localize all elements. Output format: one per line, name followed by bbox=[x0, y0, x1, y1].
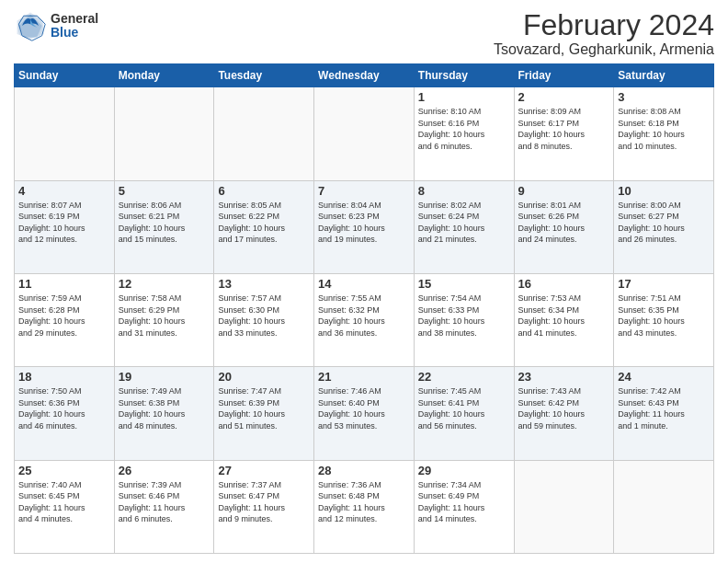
calendar-cell: 10Sunrise: 8:00 AM Sunset: 6:27 PM Dayli… bbox=[614, 180, 714, 273]
day-number: 1 bbox=[418, 90, 510, 104]
day-number: 26 bbox=[119, 464, 210, 477]
calendar-cell: 17Sunrise: 7:51 AM Sunset: 6:35 PM Dayli… bbox=[614, 273, 714, 366]
day-info: Sunrise: 8:04 AM Sunset: 6:23 PM Dayligh… bbox=[318, 200, 410, 246]
calendar-week-row: 4Sunrise: 8:07 AM Sunset: 6:19 PM Daylig… bbox=[15, 180, 714, 273]
day-info: Sunrise: 8:02 AM Sunset: 6:24 PM Dayligh… bbox=[418, 200, 510, 246]
day-info: Sunrise: 7:59 AM Sunset: 6:28 PM Dayligh… bbox=[18, 293, 110, 339]
day-info: Sunrise: 7:43 AM Sunset: 6:42 PM Dayligh… bbox=[518, 385, 610, 431]
calendar-cell: 21Sunrise: 7:46 AM Sunset: 6:40 PM Dayli… bbox=[314, 367, 415, 460]
day-info: Sunrise: 7:40 AM Sunset: 6:45 PM Dayligh… bbox=[18, 479, 110, 525]
day-number: 19 bbox=[119, 370, 210, 384]
calendar-cell: 12Sunrise: 7:58 AM Sunset: 6:29 PM Dayli… bbox=[114, 273, 214, 366]
calendar-cell: 11Sunrise: 7:59 AM Sunset: 6:28 PM Dayli… bbox=[15, 273, 115, 366]
day-info: Sunrise: 7:55 AM Sunset: 6:32 PM Dayligh… bbox=[318, 293, 410, 339]
weekday-header-saturday: Saturday bbox=[614, 64, 714, 87]
calendar-cell: 29Sunrise: 7:34 AM Sunset: 6:49 PM Dayli… bbox=[414, 460, 514, 553]
day-number: 21 bbox=[318, 370, 410, 384]
day-number: 14 bbox=[318, 277, 410, 291]
calendar-cell bbox=[15, 87, 115, 180]
title-area: February 2024 Tsovazard, Gegharkunik, Ar… bbox=[494, 9, 714, 58]
calendar-cell: 5Sunrise: 8:06 AM Sunset: 6:21 PM Daylig… bbox=[114, 180, 214, 273]
day-number: 16 bbox=[518, 277, 610, 291]
calendar-cell: 3Sunrise: 8:08 AM Sunset: 6:18 PM Daylig… bbox=[614, 87, 714, 180]
logo-text: General Blue bbox=[51, 12, 98, 40]
page: General Blue February 2024 Tsovazard, Ge… bbox=[0, 0, 728, 563]
day-number: 24 bbox=[618, 370, 710, 384]
calendar-cell: 18Sunrise: 7:50 AM Sunset: 6:36 PM Dayli… bbox=[15, 367, 115, 460]
day-info: Sunrise: 8:05 AM Sunset: 6:22 PM Dayligh… bbox=[218, 200, 310, 246]
day-info: Sunrise: 7:53 AM Sunset: 6:34 PM Dayligh… bbox=[518, 293, 610, 339]
calendar-cell bbox=[614, 460, 714, 553]
calendar-week-row: 11Sunrise: 7:59 AM Sunset: 6:28 PM Dayli… bbox=[15, 273, 714, 366]
calendar-cell: 16Sunrise: 7:53 AM Sunset: 6:34 PM Dayli… bbox=[514, 273, 614, 366]
calendar-cell: 9Sunrise: 8:01 AM Sunset: 6:26 PM Daylig… bbox=[514, 180, 614, 273]
calendar-cell: 2Sunrise: 8:09 AM Sunset: 6:17 PM Daylig… bbox=[514, 87, 614, 180]
calendar-cell: 19Sunrise: 7:49 AM Sunset: 6:38 PM Dayli… bbox=[114, 367, 214, 460]
calendar-cell: 6Sunrise: 8:05 AM Sunset: 6:22 PM Daylig… bbox=[214, 180, 314, 273]
day-info: Sunrise: 8:09 AM Sunset: 6:17 PM Dayligh… bbox=[518, 106, 610, 152]
day-info: Sunrise: 7:58 AM Sunset: 6:29 PM Dayligh… bbox=[119, 293, 210, 339]
day-info: Sunrise: 7:46 AM Sunset: 6:40 PM Dayligh… bbox=[318, 385, 410, 431]
header: General Blue February 2024 Tsovazard, Ge… bbox=[14, 9, 714, 58]
day-number: 3 bbox=[618, 90, 710, 104]
calendar-cell: 23Sunrise: 7:43 AM Sunset: 6:42 PM Dayli… bbox=[514, 367, 614, 460]
logo-icon bbox=[14, 9, 47, 42]
day-number: 2 bbox=[518, 90, 610, 104]
calendar-cell bbox=[214, 87, 314, 180]
calendar-cell: 28Sunrise: 7:36 AM Sunset: 6:48 PM Dayli… bbox=[314, 460, 415, 553]
calendar-cell: 1Sunrise: 8:10 AM Sunset: 6:16 PM Daylig… bbox=[414, 87, 514, 180]
calendar-cell: 13Sunrise: 7:57 AM Sunset: 6:30 PM Dayli… bbox=[214, 273, 314, 366]
logo: General Blue bbox=[14, 9, 98, 42]
day-info: Sunrise: 7:37 AM Sunset: 6:47 PM Dayligh… bbox=[218, 479, 310, 525]
day-number: 18 bbox=[18, 370, 110, 384]
day-number: 12 bbox=[119, 277, 210, 291]
weekday-header-friday: Friday bbox=[514, 64, 614, 87]
weekday-header-sunday: Sunday bbox=[15, 64, 115, 87]
day-number: 10 bbox=[618, 184, 710, 198]
weekday-header-row: SundayMondayTuesdayWednesdayThursdayFrid… bbox=[15, 64, 714, 87]
calendar-cell: 4Sunrise: 8:07 AM Sunset: 6:19 PM Daylig… bbox=[15, 180, 115, 273]
day-info: Sunrise: 7:36 AM Sunset: 6:48 PM Dayligh… bbox=[318, 479, 410, 525]
weekday-header-tuesday: Tuesday bbox=[214, 64, 314, 87]
day-info: Sunrise: 7:45 AM Sunset: 6:41 PM Dayligh… bbox=[418, 385, 510, 431]
day-info: Sunrise: 7:34 AM Sunset: 6:49 PM Dayligh… bbox=[418, 479, 510, 525]
day-info: Sunrise: 8:01 AM Sunset: 6:26 PM Dayligh… bbox=[518, 200, 610, 246]
calendar-week-row: 1Sunrise: 8:10 AM Sunset: 6:16 PM Daylig… bbox=[15, 87, 714, 180]
weekday-header-wednesday: Wednesday bbox=[314, 64, 415, 87]
location: Tsovazard, Gegharkunik, Armenia bbox=[494, 41, 714, 58]
day-info: Sunrise: 7:47 AM Sunset: 6:39 PM Dayligh… bbox=[218, 385, 310, 431]
logo-general-label: General bbox=[51, 12, 98, 26]
day-info: Sunrise: 8:08 AM Sunset: 6:18 PM Dayligh… bbox=[618, 106, 710, 152]
day-number: 7 bbox=[318, 184, 410, 198]
day-number: 8 bbox=[418, 184, 510, 198]
day-number: 11 bbox=[18, 277, 110, 291]
calendar-cell: 7Sunrise: 8:04 AM Sunset: 6:23 PM Daylig… bbox=[314, 180, 415, 273]
day-info: Sunrise: 7:51 AM Sunset: 6:35 PM Dayligh… bbox=[618, 293, 710, 339]
day-number: 13 bbox=[218, 277, 310, 291]
day-info: Sunrise: 8:07 AM Sunset: 6:19 PM Dayligh… bbox=[18, 200, 110, 246]
day-number: 20 bbox=[218, 370, 310, 384]
day-info: Sunrise: 7:42 AM Sunset: 6:43 PM Dayligh… bbox=[618, 385, 710, 431]
calendar-cell bbox=[514, 460, 614, 553]
weekday-header-monday: Monday bbox=[114, 64, 214, 87]
calendar-cell: 20Sunrise: 7:47 AM Sunset: 6:39 PM Dayli… bbox=[214, 367, 314, 460]
calendar-cell: 26Sunrise: 7:39 AM Sunset: 6:46 PM Dayli… bbox=[114, 460, 214, 553]
day-info: Sunrise: 8:00 AM Sunset: 6:27 PM Dayligh… bbox=[618, 200, 710, 246]
calendar-cell: 15Sunrise: 7:54 AM Sunset: 6:33 PM Dayli… bbox=[414, 273, 514, 366]
day-number: 27 bbox=[218, 464, 310, 477]
day-info: Sunrise: 7:50 AM Sunset: 6:36 PM Dayligh… bbox=[18, 385, 110, 431]
calendar-cell: 8Sunrise: 8:02 AM Sunset: 6:24 PM Daylig… bbox=[414, 180, 514, 273]
day-info: Sunrise: 7:39 AM Sunset: 6:46 PM Dayligh… bbox=[119, 479, 210, 525]
day-number: 28 bbox=[318, 464, 410, 477]
day-number: 5 bbox=[119, 184, 210, 198]
calendar-cell bbox=[114, 87, 214, 180]
day-number: 17 bbox=[618, 277, 710, 291]
logo-blue-label: Blue bbox=[51, 26, 98, 40]
day-number: 23 bbox=[518, 370, 610, 384]
day-info: Sunrise: 7:49 AM Sunset: 6:38 PM Dayligh… bbox=[119, 385, 210, 431]
day-number: 4 bbox=[18, 184, 110, 198]
day-number: 9 bbox=[518, 184, 610, 198]
day-number: 22 bbox=[418, 370, 510, 384]
calendar-cell: 27Sunrise: 7:37 AM Sunset: 6:47 PM Dayli… bbox=[214, 460, 314, 553]
day-number: 29 bbox=[418, 464, 510, 477]
